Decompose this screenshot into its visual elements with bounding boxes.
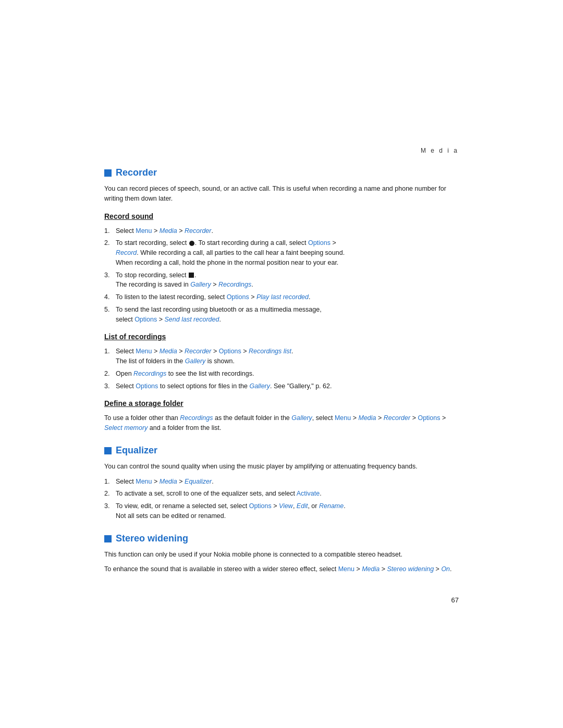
- step-content: To start recording, select . To start re…: [116, 238, 459, 267]
- record-sound-list: 1. Select Menu > Media > Recorder. 2. To…: [104, 226, 459, 325]
- equalizer-description: You can control the sound quality when u…: [104, 462, 459, 472]
- options-link: Options: [249, 502, 272, 510]
- page-number: 67: [104, 595, 459, 606]
- play-last-link: Play last recorded: [256, 293, 309, 301]
- gallery-link: Gallery: [185, 357, 206, 365]
- recordings-link: Recordings: [133, 370, 166, 377]
- step-number: 4.: [104, 292, 113, 302]
- gallery-link: Gallery: [291, 414, 312, 422]
- gallery-link: Gallery: [190, 281, 211, 288]
- stereo-widening-desc2: To enhance the sound that is available i…: [104, 564, 459, 574]
- page: M e d i a Recorder You can record pieces…: [0, 0, 563, 728]
- media-link: Media: [160, 348, 177, 355]
- step-number: 2.: [104, 369, 113, 379]
- recorder-section: Recorder You can record pieces of speech…: [104, 166, 459, 433]
- step-content: To listen to the latest recording, selec…: [116, 292, 459, 302]
- menu-link: Menu: [136, 478, 152, 485]
- step-number: 3.: [104, 270, 113, 290]
- stereo-widening-title: Stereo widening: [116, 532, 188, 546]
- menu-link: Menu: [338, 565, 354, 573]
- step-content: To activate a set, scroll to one of the …: [116, 489, 459, 499]
- step-number: 3.: [104, 501, 113, 521]
- menu-link: Menu: [136, 348, 152, 355]
- media-link: Media: [160, 227, 177, 235]
- send-last-link: Send last recorded: [164, 316, 219, 323]
- recordings-link: Recordings: [180, 414, 213, 422]
- select-memory-link: Select memory: [104, 424, 148, 431]
- stop-icon: [189, 273, 194, 278]
- list-of-recordings-list: 1. Select Menu > Media > Recorder > Opti…: [104, 347, 459, 391]
- step-number: 5.: [104, 305, 113, 325]
- options-link: Options: [227, 293, 249, 301]
- list-recordings-step-1: 1. Select Menu > Media > Recorder > Opti…: [104, 347, 459, 366]
- step-content: To view, edit, or rename a selected set,…: [116, 501, 459, 521]
- list-recordings-step-3: 3. Select Options to select options for …: [104, 381, 459, 391]
- equalizer-blue-square-icon: [104, 447, 112, 454]
- record-sound-step-5: 5. To send the last recording using blue…: [104, 305, 459, 325]
- stereo-widening-blue-square-icon: [104, 535, 112, 542]
- record-sound-step-2: 2. To start recording, select . To start…: [104, 238, 459, 267]
- step-number: 1.: [104, 477, 113, 487]
- media-link: Media: [362, 565, 380, 573]
- options-link: Options: [219, 348, 241, 355]
- equalizer-link: Equalizer: [185, 478, 212, 485]
- recorder-title: Recorder: [116, 166, 157, 180]
- record-sound-title: Record sound: [104, 211, 459, 222]
- options-link: Options: [308, 239, 331, 246]
- equalizer-step-3: 3. To view, edit, or rename a selected s…: [104, 501, 459, 521]
- media-link: Media: [358, 414, 376, 422]
- recorder-link: Recorder: [384, 414, 410, 422]
- menu-link: Menu: [136, 227, 152, 235]
- step-content: Select Menu > Media > Recorder > Options…: [116, 347, 459, 366]
- stereo-widening-link: Stereo widening: [387, 565, 434, 573]
- record-sound-step-1: 1. Select Menu > Media > Recorder.: [104, 226, 459, 236]
- recorder-link: Recorder: [185, 348, 211, 355]
- record-sound-step-3: 3. To stop recording, select . The recor…: [104, 270, 459, 290]
- edit-link: Edit: [297, 502, 308, 510]
- equalizer-section: Equalizer You can control the sound qual…: [104, 443, 459, 521]
- options-link: Options: [136, 382, 158, 390]
- step-number: 2.: [104, 238, 113, 267]
- recorder-link: Recorder: [185, 227, 211, 235]
- record-sound-step-4: 4. To listen to the latest recording, se…: [104, 292, 459, 302]
- equalizer-step-2: 2. To activate a set, scroll to one of t…: [104, 489, 459, 499]
- define-storage-text: To use a folder other than Recordings as…: [104, 413, 459, 433]
- define-storage-title: Define a storage folder: [104, 398, 459, 409]
- recordings-link: Recordings: [218, 281, 251, 288]
- recordings-list-link: Recordings list: [249, 348, 291, 355]
- recorder-blue-square-icon: [104, 169, 112, 177]
- view-link: View: [279, 502, 293, 510]
- options-link: Options: [418, 414, 440, 422]
- step-content: To stop recording, select . The recordin…: [116, 270, 459, 290]
- gallery-link: Gallery: [249, 382, 270, 390]
- equalizer-list: 1. Select Menu > Media > Equalizer. 2. T…: [104, 477, 459, 521]
- step-number: 3.: [104, 381, 113, 391]
- on-link: On: [441, 565, 450, 573]
- equalizer-heading: Equalizer: [104, 443, 459, 458]
- options-link: Options: [134, 316, 157, 323]
- step-content: Select Menu > Media > Equalizer.: [116, 477, 459, 487]
- menu-link: Menu: [335, 414, 351, 422]
- recorder-description: You can record pieces of speech, sound, …: [104, 184, 459, 204]
- list-recordings-step-2: 2. Open Recordings to see the list with …: [104, 369, 459, 379]
- step-content: To send the last recording using bluetoo…: [116, 305, 459, 325]
- step-number: 1.: [104, 226, 113, 236]
- rename-link: Rename: [319, 502, 344, 510]
- record-circle-icon: [189, 241, 194, 246]
- step-content: Open Recordings to see the list with rec…: [116, 369, 459, 379]
- recorder-heading: Recorder: [104, 166, 459, 180]
- step-number: 2.: [104, 489, 113, 499]
- content-area: M e d i a Recorder You can record pieces…: [0, 0, 563, 658]
- stereo-widening-desc1: This function can only be used if your N…: [104, 550, 459, 560]
- activate-link: Activate: [297, 490, 320, 497]
- equalizer-title: Equalizer: [116, 443, 157, 458]
- equalizer-step-1: 1. Select Menu > Media > Equalizer.: [104, 477, 459, 487]
- page-label: M e d i a: [104, 146, 459, 155]
- step-content: Select Options to select options for fil…: [116, 381, 459, 391]
- media-link: Media: [160, 478, 177, 485]
- step-content: Select Menu > Media > Recorder.: [116, 226, 459, 236]
- stereo-widening-heading: Stereo widening: [104, 532, 459, 546]
- step-number: 1.: [104, 347, 113, 366]
- list-of-recordings-title: List of recordings: [104, 331, 459, 342]
- record-link: Record: [116, 249, 137, 256]
